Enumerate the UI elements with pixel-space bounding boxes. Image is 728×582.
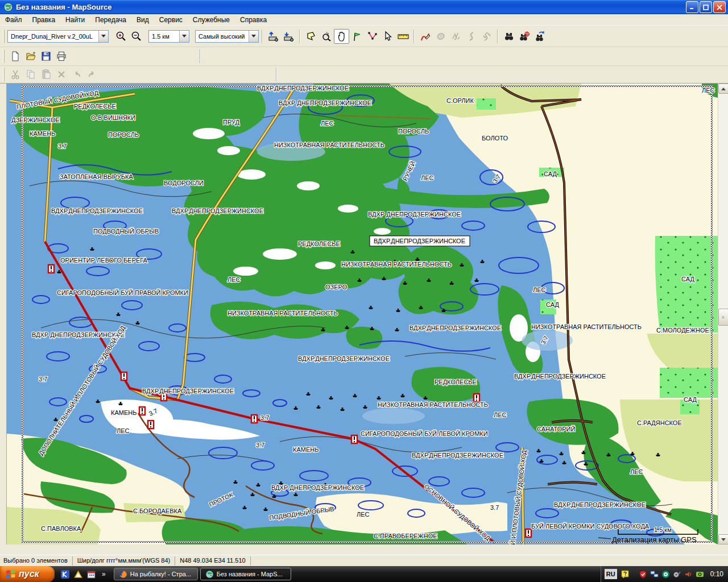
map-canvas[interactable]: ПЛОТОВЫЙ СУДОВОЙ ХОДВДХР.ДНЕПРОДЗЕРЖИНСК… (7, 84, 718, 544)
quick-launch-overflow[interactable]: » (102, 570, 106, 578)
language-indicator[interactable]: RU (605, 569, 617, 579)
track-erase-icon (435, 31, 446, 42)
map-label: ВОДОРОСЛИ (164, 180, 204, 186)
undo-icon (71, 69, 82, 80)
find-binoculars-icon (503, 31, 515, 42)
map-label: ЛЕС (494, 411, 507, 418)
buoy-marker[interactable] (48, 265, 54, 273)
close-button[interactable] (713, 1, 726, 13)
find-nearest-button[interactable] (516, 29, 532, 44)
start-button[interactable]: пуск (0, 566, 55, 582)
security-shield-icon[interactable] (639, 570, 647, 579)
hand-tool-button[interactable] (334, 29, 349, 44)
track-draw-icon (420, 31, 431, 42)
edit-toolbar (0, 66, 728, 84)
menu-find[interactable]: Найти (60, 15, 90, 25)
buoy-marker[interactable] (139, 407, 145, 415)
scroll-up-button[interactable] (718, 84, 728, 94)
delta-app-icon[interactable] (73, 569, 83, 579)
toolbar-grip[interactable] (3, 30, 5, 43)
map-label: С.БОРОДАЕВКА (133, 508, 182, 514)
track-split-tool-button[interactable] (448, 29, 464, 44)
chevron-down-icon[interactable] (98, 31, 108, 42)
recent-finds-button[interactable] (532, 29, 547, 44)
map-select-tool-button[interactable] (303, 29, 318, 44)
open-file-button[interactable] (23, 49, 38, 64)
menu-file[interactable]: Файл (0, 15, 27, 25)
menu-tools[interactable]: Сервис (154, 15, 188, 25)
map-label: ЛЕС (533, 286, 546, 293)
menu-transfer[interactable]: Передача (90, 15, 131, 25)
buoy-marker[interactable] (351, 435, 357, 443)
track-filter-tool-button[interactable] (479, 29, 494, 44)
map-label: САД (684, 396, 697, 403)
measure-tool-button[interactable] (395, 29, 411, 44)
detail-select[interactable]: Самый высокий (195, 30, 259, 43)
taskbar-item-mapsource[interactable]: Без названия - MapS... (200, 568, 291, 580)
buoy-marker[interactable] (526, 529, 531, 537)
cursor-arrow-icon (382, 31, 394, 42)
maximize-button[interactable] (700, 1, 712, 13)
track-erase-tool-button[interactable] (433, 29, 448, 44)
receive-from-device-button[interactable] (281, 29, 296, 44)
scroll-down-button[interactable] (718, 534, 728, 544)
new-file-button[interactable] (7, 49, 23, 64)
paste-button[interactable] (38, 67, 53, 82)
cut-button[interactable] (7, 67, 23, 82)
title-bar[interactable]: Без названия - MapSource (0, 0, 728, 14)
route-tool-button[interactable] (365, 29, 380, 44)
map-label: РЕДКОЛЕСЬЕ (435, 379, 477, 385)
menu-help[interactable]: Справка (235, 15, 272, 25)
ruler-icon (397, 31, 410, 42)
zoom-in-button[interactable] (113, 29, 129, 44)
status-circle-icon[interactable] (661, 570, 670, 579)
redo-button[interactable] (84, 67, 100, 82)
copy-button[interactable] (23, 67, 38, 82)
buoy-marker[interactable] (148, 421, 154, 429)
toolbar-grip[interactable] (3, 49, 5, 63)
zoom-out-button[interactable] (129, 29, 144, 44)
buoy-marker[interactable] (474, 394, 479, 402)
map-label: ЛЕС (321, 120, 334, 127)
network-icon[interactable] (650, 570, 659, 579)
nvidia-icon[interactable] (696, 570, 704, 579)
map-label: ПОРОСЛЬ (398, 128, 429, 135)
find-button[interactable] (501, 29, 516, 44)
buoy-marker[interactable] (121, 372, 127, 380)
calendar-app-icon[interactable] (86, 569, 96, 579)
usb-device-icon[interactable] (673, 570, 681, 579)
menu-utilities[interactable]: Служебные (188, 15, 235, 25)
taskbar: пуск » На рыбалку! - Стра... (0, 566, 728, 582)
product-select[interactable]: Dnepr_Dunaj_River v.2_00uL (7, 30, 109, 43)
help-tooltip-icon[interactable] (621, 570, 630, 579)
toolbar-grip[interactable] (3, 68, 5, 81)
scale-select[interactable]: 1.5 км (148, 30, 189, 43)
menu-view[interactable]: Вид (131, 15, 154, 25)
zoom-tool-button[interactable] (318, 29, 334, 44)
taskbar-clock[interactable]: 0:10 (710, 570, 723, 578)
map-label: ВДХР.ДНЕПРОДЗЕРЖИНСКОЕ (142, 388, 234, 394)
volume-icon[interactable] (684, 570, 693, 579)
selection-tool-button[interactable] (380, 29, 395, 44)
kmplayer-icon[interactable] (60, 569, 70, 579)
map-label: ВДХР.ДНЕПРОДЗЕРЖИНСКОЕ (172, 207, 263, 214)
undo-button[interactable] (69, 67, 84, 82)
chevron-down-icon[interactable] (179, 31, 189, 42)
vertical-scroll-thumb[interactable]: ≡ (718, 309, 728, 326)
system-tray: RU (601, 566, 728, 582)
waypoint-tool-button[interactable] (349, 29, 365, 44)
map-label: ЛЕС (702, 87, 715, 94)
save-file-button[interactable] (38, 49, 53, 64)
taskbar-item-firefox[interactable]: На рыбалку! - Стра... (114, 568, 198, 580)
vertical-scrollbar[interactable]: ≡ (718, 84, 728, 544)
chevron-down-icon[interactable] (249, 31, 258, 42)
track-draw-tool-button[interactable] (417, 29, 433, 44)
buoy-marker[interactable] (251, 415, 257, 423)
track-join-tool-button[interactable] (464, 29, 479, 44)
send-to-device-button[interactable] (266, 29, 281, 44)
menu-edit[interactable]: Правка (27, 15, 61, 25)
minimize-button[interactable] (686, 1, 698, 13)
print-button[interactable] (53, 49, 69, 64)
map-label: СИГАРОПОДОБНЫЙ БУЙ ПРАВОЙ КРОМКИ (57, 289, 188, 296)
delete-button[interactable] (53, 67, 69, 82)
